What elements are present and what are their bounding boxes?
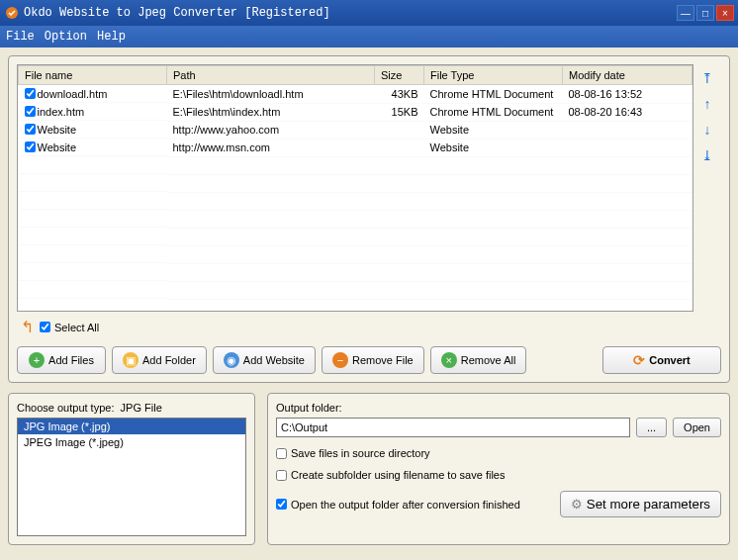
select-all-row: ↰ Select All	[17, 312, 721, 342]
menubar: File Option Help	[0, 26, 738, 47]
open-after-checkbox[interactable]	[276, 499, 287, 510]
save-source-row: Save files in source directory	[276, 447, 721, 459]
main-panel: File name Path Size File Type Modify dat…	[8, 55, 730, 383]
add-folder-button[interactable]: ▣Add Folder	[112, 346, 207, 374]
convert-icon: ⟳	[633, 352, 645, 368]
folder-icon: ▣	[123, 352, 138, 368]
add-files-label: Add Files	[48, 354, 94, 366]
create-subfolder-label: Create subfolder using filename to save …	[291, 469, 505, 481]
output-type-listbox[interactable]: JPG Image (*.jpg) JPEG Image (*.jpeg)	[17, 418, 246, 536]
table-row[interactable]: index.htmE:\Files\htm\index.htm15KBChrom…	[19, 103, 692, 121]
globe-icon: ◉	[224, 352, 239, 368]
add-website-button[interactable]: ◉Add Website	[213, 346, 316, 374]
select-all-checkbox[interactable]	[40, 322, 50, 332]
x-icon: ×	[441, 352, 457, 368]
save-source-label: Save files in source directory	[291, 447, 430, 459]
row-checkbox[interactable]	[25, 106, 36, 117]
output-folder-panel: Output folder: ... Open Save files in so…	[267, 393, 730, 545]
create-subfolder-row: Create subfolder using filename to save …	[276, 469, 721, 481]
gear-icon: ⚙	[571, 497, 583, 512]
save-source-checkbox[interactable]	[276, 448, 287, 459]
table-row[interactable]: downloadl.htmE:\Files\htm\downloadl.htm4…	[19, 85, 692, 104]
minus-icon: −	[332, 352, 348, 368]
table-row[interactable]: Websitehttp://www.yahoo.comWebsite	[19, 121, 692, 139]
menu-option[interactable]: Option	[45, 30, 87, 44]
maximize-button[interactable]: □	[696, 5, 714, 21]
open-after-label: Open the output folder after conversion …	[291, 499, 520, 511]
window-title: Okdo Website to Jpeg Converter [Register…	[24, 6, 677, 20]
add-folder-label: Add Folder	[142, 354, 196, 366]
add-website-label: Add Website	[243, 354, 305, 366]
output-type-label-text: Choose output type:	[17, 402, 114, 414]
app-icon	[4, 5, 20, 21]
output-type-label: Choose output type: JPG File	[17, 402, 246, 414]
set-parameters-label: Set more parameters	[587, 497, 710, 512]
up-folder-icon[interactable]: ↰	[21, 318, 34, 336]
remove-all-label: Remove All	[461, 354, 516, 366]
move-bottom-button[interactable]: ⤓	[697, 145, 717, 165]
menu-file[interactable]: File	[6, 30, 35, 44]
remove-all-button[interactable]: ×Remove All	[430, 346, 527, 374]
list-item[interactable]: JPEG Image (*.jpeg)	[18, 434, 245, 450]
table-row-empty	[19, 210, 692, 228]
convert-label: Convert	[649, 354, 691, 366]
open-after-row: Open the output folder after conversion …	[276, 491, 721, 517]
toolbar: +Add Files ▣Add Folder ◉Add Website −Rem…	[17, 346, 721, 374]
row-checkbox[interactable]	[25, 124, 36, 135]
table-row-empty	[19, 263, 692, 281]
window-controls: — □ ×	[677, 5, 734, 21]
file-table: File name Path Size File Type Modify dat…	[18, 65, 692, 312]
col-size[interactable]: Size	[375, 66, 424, 85]
col-filetype[interactable]: File Type	[424, 66, 563, 85]
move-top-button[interactable]: ⤒	[697, 68, 717, 88]
table-row-empty	[19, 174, 692, 192]
browse-button[interactable]: ...	[636, 418, 667, 437]
col-filename[interactable]: File name	[19, 66, 167, 85]
table-row-empty	[19, 228, 692, 245]
output-folder-input[interactable]	[276, 418, 630, 437]
move-up-button[interactable]: ↑	[697, 94, 717, 114]
table-row-empty	[19, 281, 692, 299]
close-button[interactable]: ×	[716, 5, 734, 21]
file-list-area: File name Path Size File Type Modify dat…	[17, 64, 721, 312]
titlebar: Okdo Website to Jpeg Converter [Register…	[0, 0, 738, 26]
menu-help[interactable]: Help	[97, 30, 126, 44]
table-row-empty	[19, 245, 692, 263]
reorder-arrows: ⤒ ↑ ↓ ⤓	[697, 64, 721, 312]
row-checkbox[interactable]	[25, 141, 36, 152]
add-files-button[interactable]: +Add Files	[17, 346, 106, 374]
table-row-empty	[19, 299, 692, 312]
set-parameters-button[interactable]: ⚙ Set more parameters	[560, 491, 721, 517]
select-all-label: Select All	[54, 322, 99, 333]
minimize-button[interactable]: —	[677, 5, 694, 21]
create-subfolder-checkbox[interactable]	[276, 470, 287, 481]
remove-file-button[interactable]: −Remove File	[322, 346, 424, 374]
col-modify[interactable]: Modify date	[563, 66, 692, 85]
output-folder-label: Output folder:	[276, 402, 721, 414]
plus-icon: +	[29, 352, 45, 368]
output-type-current: JPG File	[121, 402, 162, 414]
list-item[interactable]: JPG Image (*.jpg)	[18, 419, 245, 434]
move-down-button[interactable]: ↓	[697, 120, 717, 140]
folder-input-row: ... Open	[276, 418, 721, 437]
open-folder-button[interactable]: Open	[673, 418, 721, 437]
bottom-panels: Choose output type: JPG File JPG Image (…	[8, 393, 730, 545]
table-row-empty	[19, 192, 692, 210]
content-area: File name Path Size File Type Modify dat…	[0, 47, 738, 560]
convert-button[interactable]: ⟳Convert	[602, 346, 721, 374]
table-row[interactable]: Websitehttp://www.msn.comWebsite	[19, 139, 692, 156]
remove-file-label: Remove File	[352, 354, 414, 366]
col-path[interactable]: Path	[167, 66, 375, 85]
row-checkbox[interactable]	[25, 88, 36, 99]
file-table-container: File name Path Size File Type Modify dat…	[17, 64, 693, 312]
output-type-panel: Choose output type: JPG File JPG Image (…	[8, 393, 255, 545]
table-row-empty	[19, 156, 692, 174]
